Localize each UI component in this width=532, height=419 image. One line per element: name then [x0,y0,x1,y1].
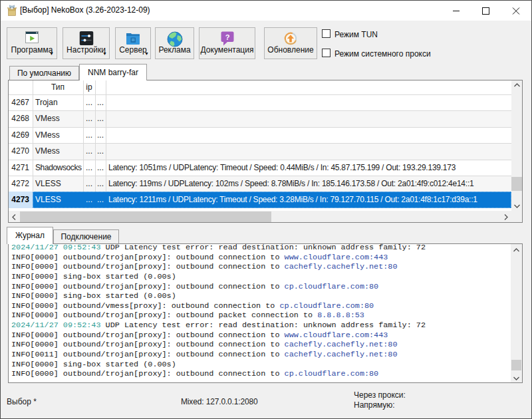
svg-text:?: ? [225,33,229,41]
